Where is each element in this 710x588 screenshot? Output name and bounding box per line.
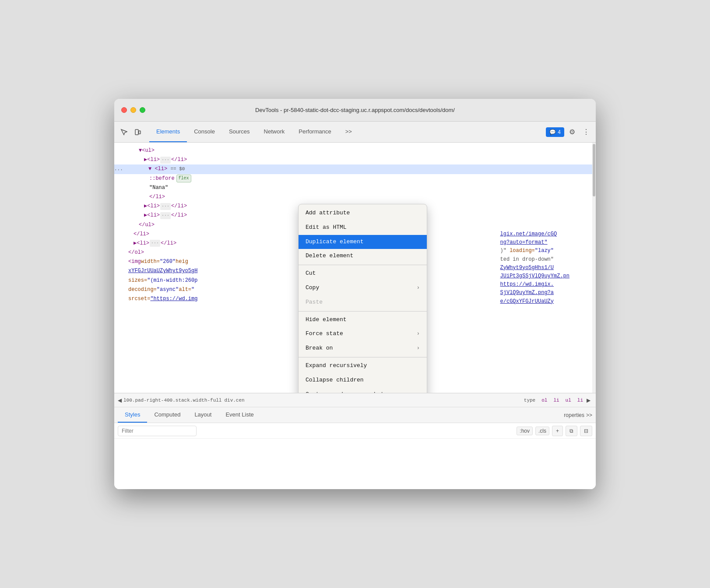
- dom-line[interactable]: ▼ <ul>: [114, 146, 596, 155]
- devtools-window: DevTools - pr-5840-static-dot-dcc-stagin…: [114, 99, 596, 489]
- tab-sources[interactable]: Sources: [222, 122, 257, 142]
- dom-tree-panel: ▼ <ul> ▶ <li> ··· </li> ... ▼ <li> == $0: [114, 143, 596, 393]
- device-icon[interactable]: [132, 126, 144, 138]
- chevron-right-icon: ›: [417, 330, 420, 338]
- tab-layout[interactable]: Layout: [187, 407, 218, 423]
- menu-cut[interactable]: Cut: [299, 266, 427, 281]
- menu-separator: [299, 311, 427, 312]
- menu-edit-html[interactable]: Edit as HTML: [299, 220, 427, 235]
- breadcrumb-item[interactable]: l00.pad-right-400.stack.width-full: [123, 398, 221, 403]
- window-title: DevTools - pr-5840-static-dot-dcc-stagin…: [255, 107, 455, 113]
- menu-break-on[interactable]: Break on ›: [299, 341, 427, 356]
- tab-styles[interactable]: Styles: [118, 407, 147, 423]
- bottom-tabs-more[interactable]: roperties >>: [564, 412, 592, 418]
- menu-force-state[interactable]: Force state ›: [299, 327, 427, 341]
- bottom-panel: ◀ l00.pad-right-400.stack.width-full div…: [114, 393, 596, 489]
- menu-separator: [299, 357, 427, 357]
- dom-line[interactable]: </li>: [114, 192, 596, 202]
- devtools-toolbar: Elements Console Sources Network Perform…: [114, 122, 596, 143]
- close-button[interactable]: [121, 107, 127, 113]
- minimize-button[interactable]: [130, 107, 136, 113]
- tab-more[interactable]: >>: [338, 122, 359, 142]
- breadcrumb-forward[interactable]: ▶: [587, 397, 590, 403]
- console-count: 4: [558, 129, 561, 135]
- menu-hide-element[interactable]: Hide element: [299, 313, 427, 327]
- breadcrumb-back[interactable]: ◀: [118, 397, 122, 403]
- toolbar-right: 💬 4 ⚙ ⋮: [546, 126, 592, 138]
- traffic-lights: [121, 107, 145, 113]
- settings-icon[interactable]: ⚙: [566, 126, 578, 138]
- toolbar-tabs: Elements Console Sources Network Perform…: [149, 122, 359, 142]
- scrollbar-thumb[interactable]: [593, 144, 595, 196]
- hov-button[interactable]: :hov: [517, 427, 533, 435]
- tab-network[interactable]: Network: [257, 122, 292, 142]
- menu-collapse-children[interactable]: Collapse children: [299, 373, 427, 388]
- sidebar-toggle-button[interactable]: ⊟: [580, 426, 592, 436]
- filter-buttons: :hov .cls + ⧉ ⊟: [517, 426, 592, 436]
- chevron-right-icon: ›: [417, 344, 420, 353]
- toolbar-icons: [118, 126, 144, 138]
- context-menu: Add attribute Edit as HTML Duplicate ele…: [298, 204, 427, 393]
- console-icon: 💬: [549, 129, 556, 135]
- devtools-panel: Elements Console Sources Network Perform…: [114, 122, 596, 489]
- titlebar: DevTools - pr-5840-static-dot-dcc-stagin…: [114, 99, 596, 122]
- scrollbar[interactable]: [592, 143, 596, 393]
- more-icon[interactable]: ⋮: [580, 126, 592, 138]
- menu-copy[interactable]: Copy ›: [299, 281, 427, 295]
- maximize-button[interactable]: [140, 107, 145, 113]
- cls-button[interactable]: .cls: [535, 427, 549, 435]
- breadcrumb-bar: ◀ l00.pad-right-400.stack.width-full div…: [114, 393, 596, 407]
- dom-line[interactable]: "Nana": [114, 183, 596, 192]
- breadcrumb-li2[interactable]: li: [577, 398, 583, 403]
- filter-bar: :hov .cls + ⧉ ⊟: [114, 423, 596, 439]
- copy-styles-button[interactable]: ⧉: [566, 426, 577, 436]
- menu-duplicate-element[interactable]: Duplicate element: [299, 235, 427, 249]
- menu-paste: Paste: [299, 295, 427, 310]
- plus-button[interactable]: +: [552, 426, 563, 436]
- tab-performance[interactable]: Performance: [292, 122, 338, 142]
- svg-rect-0: [135, 130, 138, 135]
- breadcrumb-ul[interactable]: ul: [566, 398, 571, 403]
- bottom-tabs: Styles Computed Layout Event Liste roper…: [114, 407, 596, 423]
- cursor-icon[interactable]: [118, 126, 130, 138]
- chevron-right-icon: ›: [417, 284, 420, 292]
- menu-capture-screenshot[interactable]: Capture node screenshot: [299, 388, 427, 393]
- breadcrumb-item[interactable]: div.cen: [224, 398, 244, 403]
- dom-line[interactable]: ::before flex: [114, 174, 596, 183]
- dom-line[interactable]: ▶ <li> ··· </li>: [114, 155, 596, 164]
- console-badge[interactable]: 💬 4: [546, 127, 564, 137]
- tab-elements[interactable]: Elements: [149, 122, 187, 142]
- menu-add-attribute[interactable]: Add attribute: [299, 206, 427, 220]
- breadcrumb-li[interactable]: li: [553, 398, 559, 403]
- dom-line-selected[interactable]: ... ▼ <li> == $0: [114, 164, 596, 174]
- breadcrumb-ol[interactable]: ol: [541, 398, 547, 403]
- filter-input[interactable]: [118, 426, 197, 436]
- breadcrumb-type[interactable]: type: [524, 398, 535, 403]
- tab-console[interactable]: Console: [187, 122, 222, 142]
- tab-computed[interactable]: Computed: [147, 407, 187, 423]
- svg-rect-1: [139, 131, 141, 134]
- menu-delete-element[interactable]: Delete element: [299, 249, 427, 263]
- main-content: ▼ <ul> ▶ <li> ··· </li> ... ▼ <li> == $0: [114, 143, 596, 393]
- tab-event-listeners[interactable]: Event Liste: [218, 407, 260, 423]
- menu-separator: [299, 265, 427, 265]
- menu-expand-recursively[interactable]: Expand recursively: [299, 359, 427, 373]
